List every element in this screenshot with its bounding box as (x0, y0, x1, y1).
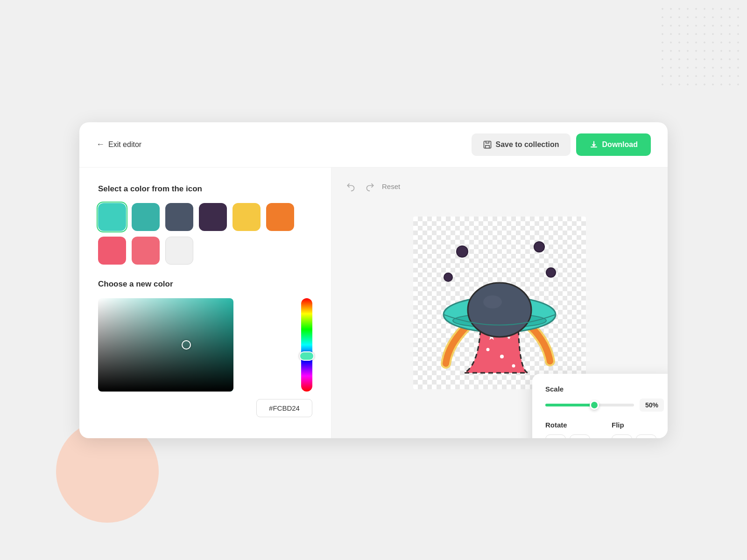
rotate-buttons (545, 434, 598, 438)
color-swatch-dark-purple[interactable] (199, 203, 227, 231)
editor-body: Select a color from the icon Choose a ne… (79, 168, 668, 438)
hex-input-container (98, 399, 312, 417)
color-swatch-teal[interactable] (132, 203, 160, 231)
flip-vertical-button[interactable] (636, 434, 656, 438)
exit-editor-button[interactable]: ← Exit editor (96, 140, 141, 149)
rotate-group: Rotate (545, 421, 598, 438)
color-swatch-orange[interactable] (266, 203, 294, 231)
download-button[interactable]: Download (576, 133, 651, 156)
svg-point-4 (444, 273, 452, 281)
svg-point-8 (486, 348, 490, 351)
editor-header: ← Exit editor Save to collection (79, 122, 668, 168)
color-swatch-white[interactable] (165, 237, 193, 265)
svg-rect-0 (484, 141, 491, 148)
flip-label: Flip (612, 421, 664, 429)
scale-slider-fill (545, 404, 594, 406)
rotate-cw-button[interactable] (545, 434, 566, 438)
save-collection-button[interactable]: Save to collection (472, 133, 571, 156)
icon-toolbar: Reset (343, 179, 400, 195)
flip-buttons (612, 434, 664, 438)
scale-value: 50% (640, 399, 664, 412)
svg-point-1 (457, 246, 468, 257)
color-picker-area (98, 298, 312, 392)
color-picker-handle[interactable] (182, 340, 191, 350)
icon-canvas (413, 217, 586, 389)
color-swatch-slate[interactable] (165, 203, 193, 231)
left-panel: Select a color from the icon Choose a ne… (79, 168, 331, 438)
right-panel: Reset (331, 168, 668, 438)
svg-point-13 (483, 295, 502, 308)
exit-editor-label: Exit editor (108, 140, 141, 149)
rotate-ccw-button[interactable] (570, 434, 590, 438)
hue-slider[interactable] (301, 298, 312, 392)
svg-point-3 (546, 268, 556, 277)
scale-row: 50% (545, 399, 664, 412)
redo-icon (366, 182, 375, 191)
reset-label[interactable]: Reset (382, 182, 400, 190)
editor-card: ← Exit editor Save to collection (79, 122, 668, 438)
download-label: Download (602, 140, 638, 149)
rotate-label: Rotate (545, 421, 598, 429)
flip-horizontal-button[interactable] (612, 434, 632, 438)
redo-button[interactable] (362, 179, 378, 195)
controls-card: Scale 50% Rotate (532, 374, 668, 438)
svg-point-7 (500, 355, 504, 358)
rotate-flip-row: Rotate (545, 421, 664, 438)
color-gradient-picker[interactable] (98, 298, 233, 392)
ufo-illustration (420, 224, 579, 382)
svg-point-2 (534, 242, 544, 252)
save-icon (483, 140, 492, 149)
download-icon (589, 140, 599, 149)
color-swatch-pink2[interactable] (132, 237, 160, 265)
header-actions: Save to collection Download (472, 133, 651, 156)
undo-button[interactable] (343, 179, 359, 195)
svg-point-9 (512, 364, 515, 367)
choose-color-title: Choose a new color (98, 280, 312, 289)
color-swatch-teal-light[interactable] (98, 203, 126, 231)
hex-input[interactable] (256, 399, 312, 417)
hue-slider-handle[interactable] (299, 351, 314, 361)
scale-label: Scale (545, 385, 664, 393)
color-swatches (98, 203, 312, 265)
flip-group: Flip (612, 421, 664, 438)
editor-wrapper: ← Exit editor Save to collection (79, 122, 668, 438)
color-swatch-yellow[interactable] (233, 203, 261, 231)
scale-handle[interactable] (590, 400, 599, 410)
color-section-title: Select a color from the icon (98, 184, 312, 194)
scale-slider[interactable] (545, 404, 634, 406)
save-collection-label: Save to collection (496, 140, 559, 149)
arrow-left-icon: ← (96, 140, 105, 149)
color-swatch-pink[interactable] (98, 237, 126, 265)
undo-icon (346, 182, 355, 191)
svg-point-12 (468, 283, 531, 337)
decorative-dots (654, 0, 747, 93)
